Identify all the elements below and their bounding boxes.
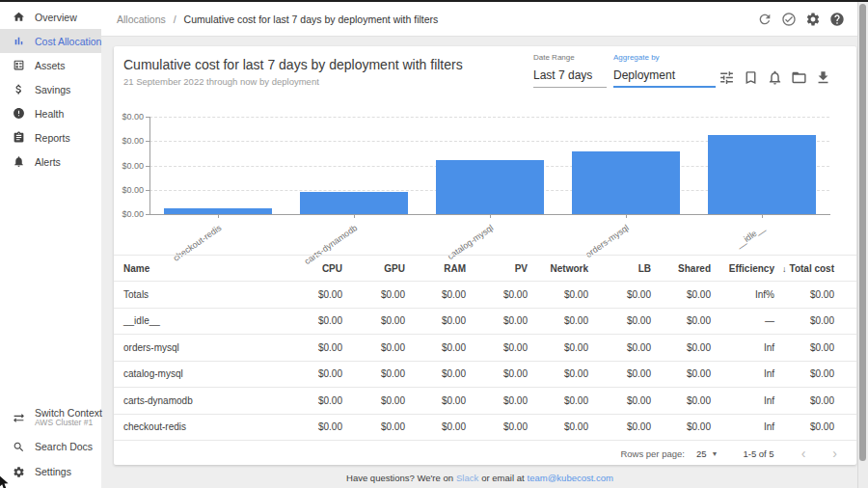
download-button[interactable] xyxy=(815,69,831,86)
chart-y-tick xyxy=(146,214,149,215)
sidebar-item-switch-context[interactable]: Switch ContextAWS Cluster #1 xyxy=(0,401,101,434)
table-row-catalog-mysql[interactable]: catalog-mysql$0.00$0.00$0.00$0.00$0.00$0… xyxy=(114,362,856,389)
date-range-field[interactable]: Date Range Last 7 days xyxy=(533,53,607,88)
row-value: $0.00 xyxy=(774,368,834,379)
sidebar-item-settings[interactable]: Settings xyxy=(0,459,101,484)
table-row-orders-mysql[interactable]: orders-mysql$0.00$0.00$0.00$0.00$0.00$0.… xyxy=(114,335,856,362)
row-value: $0.00 xyxy=(651,315,711,326)
row-value: $0.00 xyxy=(405,342,466,353)
chart-y-tick xyxy=(146,141,149,142)
row-value: $0.00 xyxy=(651,368,711,379)
row-value: $0.00 xyxy=(588,342,651,353)
row-value: $0.00 xyxy=(342,315,405,326)
row-value: $0.00 xyxy=(466,315,528,326)
row-value: $0.00 xyxy=(466,395,528,406)
sidebar-item-cost-allocation[interactable]: Cost Allocation xyxy=(0,29,101,53)
refresh-button[interactable] xyxy=(757,12,773,27)
sidebar-item-assets[interactable]: Assets xyxy=(0,53,101,77)
row-value: Inf xyxy=(711,368,774,379)
chart-y-tick xyxy=(146,166,149,167)
refresh-icon xyxy=(757,12,773,27)
aggregate-by-field[interactable]: Aggregate by Deployment xyxy=(613,53,716,88)
table-row-totals[interactable]: Totals$0.00$0.00$0.00$0.00$0.00$0.00$0.0… xyxy=(114,282,856,309)
row-value: $0.00 xyxy=(280,289,342,300)
column-header-ram[interactable]: RAM xyxy=(405,263,466,274)
slack-link[interactable]: Slack xyxy=(456,473,478,483)
chart-bar-carts-dynamodb[interactable] xyxy=(300,192,408,214)
column-header-pv[interactable]: PV xyxy=(466,263,528,274)
chart-y-tick xyxy=(146,117,149,118)
rows-per-page-label: Rows per page: xyxy=(620,448,685,459)
column-header-lb[interactable]: LB xyxy=(588,263,651,274)
column-header-total-cost[interactable]: ↓Total cost xyxy=(774,263,834,274)
gear-filled-button[interactable] xyxy=(805,12,821,27)
aggregate-by-value[interactable]: Deployment xyxy=(613,68,716,88)
reports-icon xyxy=(13,131,25,144)
row-value: $0.00 xyxy=(588,421,651,432)
chart-x-tick xyxy=(354,214,355,218)
chart-gridline xyxy=(149,117,829,118)
sidebar-item-search-docs[interactable]: Search Docs xyxy=(0,434,101,459)
sidebar-item-reports[interactable]: Reports xyxy=(0,125,101,149)
row-value: $0.00 xyxy=(651,342,711,353)
email-link[interactable]: team@kubecost.com xyxy=(528,473,613,483)
date-range-value[interactable]: Last 7 days xyxy=(533,68,607,88)
column-header-name[interactable]: Name xyxy=(123,263,280,274)
previous-page-button[interactable]: ‹ xyxy=(801,447,806,460)
check-circle-icon xyxy=(781,12,797,27)
bell-button[interactable] xyxy=(767,69,783,86)
pagination-range: 1-5 of 5 xyxy=(743,448,773,459)
chart-x-label: __idle__ xyxy=(735,223,768,250)
row-value: $0.00 xyxy=(405,421,466,432)
help-button[interactable] xyxy=(829,12,845,27)
table-row-idle[interactable]: __idle__$0.00$0.00$0.00$0.00$0.00$0.00$0… xyxy=(114,309,856,336)
tune-button[interactable] xyxy=(719,69,735,86)
row-value: $0.00 xyxy=(466,421,528,432)
vertical-scrollbar[interactable] xyxy=(857,2,868,488)
allocations-table: NameCPUGPURAMPVNetworkLBSharedEfficiency… xyxy=(114,255,856,441)
row-value: $0.00 xyxy=(342,421,405,432)
health-icon xyxy=(13,107,25,120)
sidebar-item-savings[interactable]: Savings xyxy=(0,77,101,101)
row-value: $0.00 xyxy=(466,342,528,353)
next-page-button[interactable]: › xyxy=(832,447,837,460)
table-row-carts-dynamodb[interactable]: carts-dynamodb$0.00$0.00$0.00$0.00$0.00$… xyxy=(114,388,856,415)
rows-per-page-select[interactable]: 25 ▼ xyxy=(696,448,719,459)
gear-icon xyxy=(13,466,25,478)
column-header-network[interactable]: Network xyxy=(528,263,588,274)
row-value: $0.00 xyxy=(774,315,834,326)
bell-icon xyxy=(767,69,783,86)
sidebar: OverviewCost AllocationAssetsSavingsHeal… xyxy=(0,2,101,488)
sidebar-item-overview[interactable]: Overview xyxy=(0,5,101,29)
row-value: $0.00 xyxy=(466,289,528,300)
bookmark-button[interactable] xyxy=(743,69,759,86)
column-header-label: Total cost xyxy=(790,263,834,274)
assets-icon xyxy=(13,59,25,71)
caret-down-icon: ▼ xyxy=(712,450,719,457)
chart-bar-catalog-mysql[interactable] xyxy=(436,160,544,214)
column-header-gpu[interactable]: GPU xyxy=(342,263,405,274)
sidebar-item-alerts[interactable]: Alerts xyxy=(0,149,101,174)
check-circle-button[interactable] xyxy=(781,12,797,27)
row-value: $0.00 xyxy=(651,395,711,406)
sidebar-item-label: Reports xyxy=(35,132,70,144)
folder-button[interactable] xyxy=(791,69,807,86)
column-header-efficiency[interactable]: Efficiency xyxy=(711,263,774,274)
swap-icon xyxy=(13,412,25,424)
chart-bar-orders-mysql[interactable] xyxy=(572,151,680,214)
row-value: $0.00 xyxy=(280,421,342,432)
breadcrumb-section[interactable]: Allocations xyxy=(117,14,166,25)
table-row-checkout-redis[interactable]: checkout-redis$0.00$0.00$0.00$0.00$0.00$… xyxy=(114,415,856,442)
sidebar-nav: OverviewCost AllocationAssetsSavingsHeal… xyxy=(0,2,101,174)
column-header-cpu[interactable]: CPU xyxy=(280,263,342,274)
report-card: Cumulative cost for last 7 days by deplo… xyxy=(114,46,856,465)
chart-bar-idle[interactable] xyxy=(708,135,816,214)
column-header-shared[interactable]: Shared xyxy=(651,263,711,274)
scrollbar-thumb[interactable] xyxy=(859,4,866,461)
chart-x-tick xyxy=(762,214,763,218)
kubecost-app: OverviewCost AllocationAssetsSavingsHeal… xyxy=(0,0,868,488)
sidebar-item-health[interactable]: Health xyxy=(0,101,101,125)
cost-bar-chart: $0.00$0.00$0.00$0.00$0.00checkout-redisc… xyxy=(114,114,856,241)
row-value: $0.00 xyxy=(405,395,466,406)
row-value: $0.00 xyxy=(774,395,834,406)
